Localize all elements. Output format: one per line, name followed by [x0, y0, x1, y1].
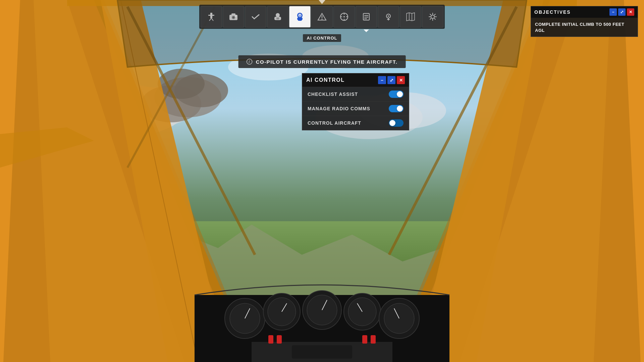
svg-point-7 — [27, 96, 107, 132]
active-btn-arrow — [364, 29, 369, 32]
manage-radio-label: MANAGE RADIO COMMS — [308, 106, 370, 111]
toolbar-btn-flightplan[interactable] — [356, 6, 377, 27]
objectives-title: OBJECTIVES — [534, 9, 571, 15]
panel-controls: − ⤢ ✕ — [378, 76, 405, 84]
toolbar-btn-atc[interactable] — [201, 6, 222, 27]
control-aircraft-thumb — [389, 120, 395, 126]
svg-rect-71 — [297, 17, 303, 20]
ai-control-panel: AI CONTROL − ⤢ ✕ CHECKLIST ASSIST MANAGE… — [302, 73, 409, 130]
svg-point-64 — [276, 13, 280, 17]
svg-point-69 — [300, 15, 301, 16]
ai-panel-minimize[interactable]: − — [378, 76, 386, 84]
svg-point-57 — [210, 13, 212, 15]
toolbar-btn-nav[interactable] — [333, 6, 355, 27]
checklist-assist-thumb — [397, 91, 403, 97]
checklist-assist-row: CHECKLIST ASSIST — [302, 87, 409, 102]
svg-marker-87 — [407, 13, 415, 21]
checklist-assist-toggle[interactable] — [389, 90, 404, 98]
objectives-controls: − ⤢ ✕ — [609, 8, 634, 16]
control-aircraft-label: CONTROL AIRCRAFT — [308, 120, 361, 126]
toolbar-btn-camera[interactable] — [223, 6, 244, 27]
manage-radio-thumb — [397, 106, 403, 112]
toolbar-btn-copilot[interactable] — [267, 6, 288, 27]
toolbar-buttons — [199, 5, 445, 29]
checklist-assist-label: CHECKLIST ASSIST — [308, 92, 358, 97]
ai-control-header: AI CONTROL − ⤢ ✕ — [302, 73, 409, 87]
mountains — [0, 194, 644, 295]
manage-radio-row: MANAGE RADIO COMMS — [302, 102, 409, 116]
toolbar-btn-terrain[interactable] — [311, 6, 333, 27]
sim-background — [0, 0, 644, 362]
ai-control-title: AI CONTROL — [306, 77, 345, 83]
svg-point-74 — [322, 19, 323, 20]
toolbar-indicator — [319, 0, 325, 4]
objectives-header: OBJECTIVES − ⤢ ✕ — [531, 6, 638, 18]
toolbar-btn-checklist[interactable] — [245, 6, 266, 27]
ai-panel-expand[interactable]: ⤢ — [387, 76, 395, 84]
copilot-banner: i CO-PILOT IS CURRENTLY FLYING THE AIRCR… — [238, 55, 406, 68]
svg-rect-65 — [276, 17, 279, 19]
toolbar-btn-ai-control[interactable] — [289, 6, 311, 27]
control-aircraft-row: CONTROL AIRCRAFT — [302, 116, 409, 130]
svg-marker-3 — [436, 201, 644, 295]
toolbar-btn-settings[interactable] — [422, 6, 443, 27]
toolbar-btn-location[interactable] — [378, 6, 399, 27]
objectives-panel: OBJECTIVES − ⤢ ✕ COMPLETE INITIAL CLIMB … — [531, 6, 638, 37]
current-objective: COMPLETE INITIAL CLIMB TO 500 FEET AGL — [535, 22, 624, 33]
svg-point-60 — [232, 16, 234, 18]
copilot-message: CO-PILOT IS CURRENTLY FLYING THE AIRCRAF… — [256, 59, 398, 65]
objectives-body: COMPLETE INITIAL CLIMB TO 500 FEET AGL — [531, 18, 638, 37]
svg-point-62 — [235, 15, 236, 17]
svg-point-76 — [343, 16, 345, 17]
obj-close[interactable]: ✕ — [627, 8, 634, 16]
svg-point-86 — [388, 15, 389, 17]
svg-point-11 — [158, 69, 205, 99]
svg-rect-61 — [231, 13, 235, 15]
toolbar: AI CONTROL — [199, 0, 445, 42]
manage-radio-track — [389, 105, 404, 112]
toolbar-btn-map[interactable] — [400, 6, 421, 27]
checklist-assist-track — [389, 90, 404, 98]
control-aircraft-toggle[interactable] — [389, 119, 404, 127]
manage-radio-toggle[interactable] — [389, 105, 404, 112]
svg-point-90 — [431, 15, 434, 18]
obj-minimize[interactable]: − — [609, 8, 617, 16]
ai-panel-close[interactable]: ✕ — [397, 76, 405, 84]
svg-point-68 — [299, 15, 300, 16]
toolbar-tooltip: AI CONTROL — [303, 34, 341, 42]
obj-expand[interactable]: ⤢ — [618, 8, 626, 16]
control-aircraft-track — [389, 119, 404, 127]
info-icon: i — [247, 59, 253, 65]
svg-rect-56 — [208, 15, 214, 16]
